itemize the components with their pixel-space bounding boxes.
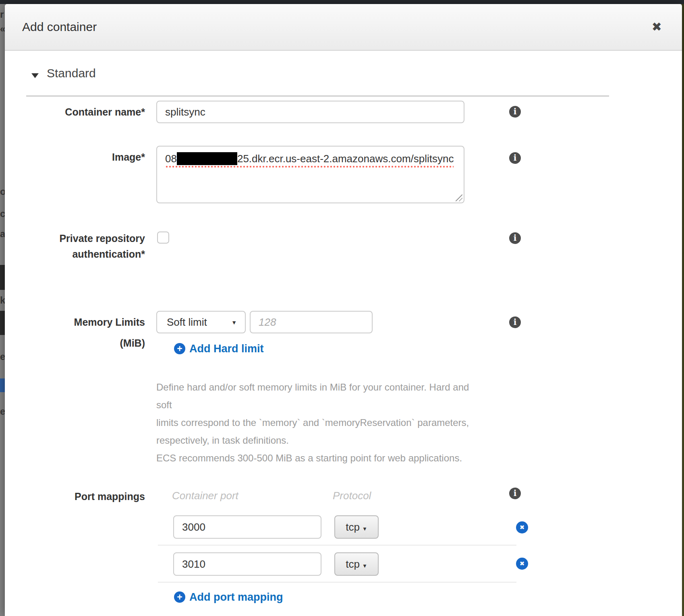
backdrop-text-fragment: ki bbox=[0, 295, 5, 306]
background-page-topbar bbox=[0, 0, 684, 4]
private-repo-checkbox[interactable] bbox=[157, 232, 169, 244]
container-port-column-header: Container port bbox=[172, 490, 238, 502]
add-icon[interactable]: + bbox=[174, 343, 185, 354]
memory-limit-type-dropdown[interactable]: Soft limit ▼ bbox=[156, 311, 246, 333]
backdrop-text-fragment: e bbox=[0, 406, 5, 417]
section-divider bbox=[26, 95, 609, 97]
container-port-input[interactable] bbox=[173, 552, 321, 576]
textarea-resize-handle[interactable] bbox=[456, 194, 462, 201]
remove-port-mapping-icon[interactable]: ✖ bbox=[516, 521, 528, 533]
backdrop-text-fragment: « bbox=[0, 23, 5, 35]
backdrop-blue-block bbox=[0, 378, 5, 392]
memory-limits-label-line1: Memory Limits bbox=[5, 311, 145, 333]
backdrop-text-fragment: e bbox=[0, 351, 5, 362]
container-name-input[interactable] bbox=[156, 101, 464, 123]
close-icon[interactable]: ✖ bbox=[652, 20, 662, 34]
image-value-prefix: 08 bbox=[165, 153, 177, 165]
info-icon[interactable]: i bbox=[509, 488, 521, 499]
image-textarea[interactable]: 0825.dkr.ecr.us-east-2.amazonaws.com/spl… bbox=[156, 146, 464, 203]
remove-port-mapping-icon[interactable]: ✖ bbox=[516, 558, 528, 570]
private-repo-label-line1: Private repository bbox=[5, 232, 145, 244]
memory-limits-label-line2: (MiB) bbox=[5, 335, 145, 351]
chevron-down-icon: ▼ bbox=[362, 563, 367, 569]
memory-soft-limit-input[interactable] bbox=[250, 311, 373, 333]
port-row-divider bbox=[158, 545, 516, 546]
container-port-input[interactable] bbox=[173, 515, 321, 539]
add-port-mapping-link[interactable]: Add port mapping bbox=[189, 590, 283, 604]
help-line: respectively, in task definitions. bbox=[156, 432, 479, 449]
image-label: Image* bbox=[5, 146, 145, 168]
info-icon[interactable]: i bbox=[509, 106, 521, 118]
info-icon[interactable]: i bbox=[509, 316, 521, 328]
chevron-down-icon: ▼ bbox=[362, 526, 367, 532]
memory-limit-type-value: Soft limit bbox=[167, 312, 207, 333]
container-name-label: Container name* bbox=[5, 101, 145, 123]
image-value-suffix: 25.dkr.ecr.us-east-2.amazonaws.com/split… bbox=[237, 153, 454, 165]
backdrop-text-fragment: a bbox=[0, 228, 5, 240]
help-line: limits correspond to the `memory` and `m… bbox=[156, 414, 479, 432]
help-line: Define hard and/or soft memory limits in… bbox=[156, 378, 479, 414]
backdrop-text-fragment: r bbox=[0, 9, 4, 20]
backdrop-text-fragment: o bbox=[0, 186, 5, 197]
protocol-value: tcp bbox=[346, 521, 360, 533]
backdrop-text-fragment: c bbox=[0, 208, 5, 219]
add-hard-limit-link[interactable]: Add Hard limit bbox=[189, 342, 264, 355]
protocol-column-header: Protocol bbox=[333, 490, 371, 502]
protocol-value: tcp bbox=[346, 558, 360, 570]
modal-header: Add container ✖ bbox=[5, 4, 682, 51]
chevron-down-icon: ▼ bbox=[231, 319, 237, 326]
backdrop-logo-block bbox=[0, 265, 5, 290]
add-container-modal: Add container ✖ Standard Container name*… bbox=[5, 4, 682, 616]
memory-limits-help-text: Define hard and/or soft memory limits in… bbox=[156, 378, 479, 467]
backdrop-logo-block bbox=[0, 311, 5, 335]
port-row-divider bbox=[158, 582, 516, 583]
section-collapse-caret-icon[interactable] bbox=[31, 73, 39, 78]
port-mappings-label: Port mappings bbox=[5, 490, 145, 502]
info-icon[interactable]: i bbox=[509, 152, 521, 164]
info-icon[interactable]: i bbox=[509, 232, 521, 244]
private-repo-label-line2: authentication* bbox=[5, 248, 145, 260]
help-line: ECS recommends 300-500 MiB as a starting… bbox=[156, 449, 479, 467]
redaction-box bbox=[177, 152, 237, 165]
image-value: 0825.dkr.ecr.us-east-2.amazonaws.com/spl… bbox=[165, 152, 454, 168]
protocol-dropdown[interactable]: tcp▼ bbox=[334, 515, 379, 539]
section-title[interactable]: Standard bbox=[47, 66, 96, 80]
protocol-dropdown[interactable]: tcp▼ bbox=[334, 552, 379, 576]
modal-title: Add container bbox=[22, 4, 97, 50]
add-icon[interactable]: + bbox=[174, 591, 185, 603]
background-page-left-strip: r « o c a ki e e bbox=[0, 4, 5, 616]
